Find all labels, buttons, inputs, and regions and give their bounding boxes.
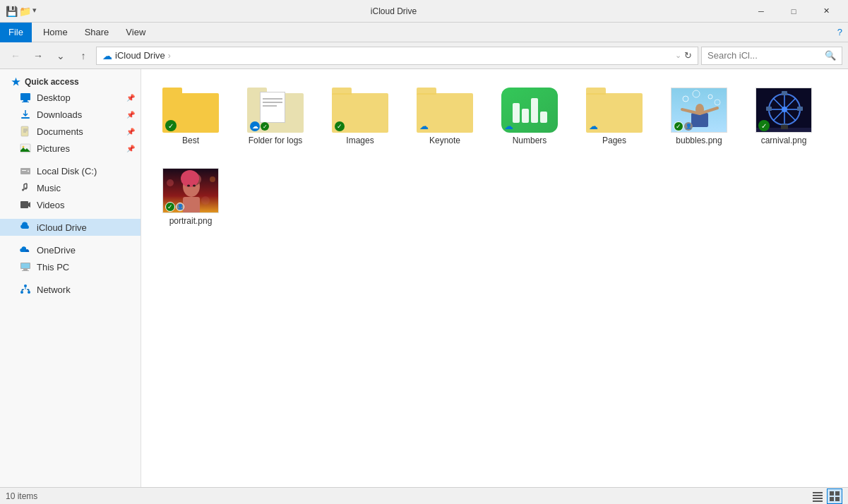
menu-file[interactable]: File bbox=[0, 23, 32, 42]
svg-rect-37 bbox=[782, 91, 787, 95]
svg-rect-3 bbox=[21, 117, 30, 119]
file-item-portrait[interactable]: ✓ 👤 portrait.png bbox=[155, 164, 226, 230]
sidebar-label-network: Network bbox=[37, 284, 71, 295]
file-item-images[interactable]: ✓ Images bbox=[325, 83, 395, 150]
svg-point-18 bbox=[20, 291, 23, 294]
file-name-folder-logs: Folder for logs bbox=[249, 136, 303, 145]
svg-point-10 bbox=[22, 189, 24, 191]
svg-rect-16 bbox=[22, 270, 29, 271]
file-name-best: Best bbox=[182, 136, 199, 145]
sidebar-item-this-pc[interactable]: This PC bbox=[0, 258, 141, 275]
up-button[interactable]: ↑ bbox=[73, 46, 93, 66]
sidebar-item-icloud-drive[interactable]: iCloud Drive bbox=[0, 219, 141, 236]
menu-home[interactable]: Home bbox=[35, 24, 76, 40]
file-item-folder-logs[interactable]: ☁ ✓ Folder for logs bbox=[240, 83, 311, 150]
svg-rect-40 bbox=[797, 107, 803, 111]
menu-share[interactable]: Share bbox=[76, 24, 118, 40]
svg-point-8 bbox=[28, 171, 29, 172]
sidebar-item-downloads[interactable]: Downloads 📌 bbox=[0, 106, 141, 123]
file-item-keynote[interactable]: ☁ Keynote bbox=[410, 83, 480, 150]
sidebar-item-music[interactable]: Music bbox=[0, 179, 141, 196]
sidebar-item-pictures[interactable]: Pictures 📌 bbox=[0, 140, 141, 157]
sidebar-item-network[interactable]: Network bbox=[0, 281, 141, 298]
search-input[interactable] bbox=[707, 50, 822, 61]
path-text: iCloud Drive bbox=[115, 50, 165, 61]
maximize-button[interactable]: □ bbox=[777, 0, 810, 23]
view-controls bbox=[810, 488, 842, 504]
svg-rect-14 bbox=[21, 263, 30, 268]
svg-rect-0 bbox=[20, 93, 30, 100]
svg-rect-53 bbox=[813, 492, 823, 493]
sidebar: ★ Quick access Desktop 📌 Downloads 📌 Doc… bbox=[0, 69, 141, 487]
svg-rect-59 bbox=[830, 497, 834, 501]
file-item-best[interactable]: ✓ Best bbox=[155, 83, 226, 150]
file-item-pages[interactable]: ☁ Pages bbox=[579, 83, 650, 150]
pin-icon: 📌 bbox=[126, 94, 135, 102]
save-icon[interactable]: 💾 bbox=[6, 6, 18, 17]
path-dropdown[interactable]: ⌄ bbox=[675, 51, 681, 60]
search-box[interactable]: 🔍 bbox=[701, 47, 842, 65]
back-button[interactable]: ← bbox=[6, 46, 25, 66]
menu-bar: File Home Share View ? bbox=[0, 23, 848, 42]
path-chevron: › bbox=[168, 51, 171, 61]
view-details-button[interactable] bbox=[810, 488, 825, 504]
menu-help[interactable]: ? bbox=[832, 24, 848, 40]
icloud-path-icon: ☁ bbox=[102, 50, 112, 61]
search-icon: 🔍 bbox=[825, 50, 836, 61]
pin-icon-pictures: 📌 bbox=[126, 145, 135, 152]
file-name-bubbles: bubbles.png bbox=[676, 136, 722, 145]
music-icon bbox=[20, 182, 31, 193]
pin-icon-documents: 📌 bbox=[126, 128, 135, 136]
sidebar-item-local-disk[interactable]: Local Disk (C:) bbox=[0, 162, 141, 179]
sidebar-item-onedrive[interactable]: OneDrive bbox=[0, 241, 141, 258]
close-button[interactable]: ✕ bbox=[810, 0, 842, 23]
videos-icon bbox=[20, 199, 31, 210]
title-bar-quickaccess: 💾 📁 ▾ bbox=[6, 6, 37, 17]
svg-point-11 bbox=[25, 188, 27, 190]
title-bar-title: iCloud Drive bbox=[42, 6, 745, 16]
svg-rect-4 bbox=[21, 126, 28, 136]
svg-point-17 bbox=[24, 284, 27, 287]
path-refresh[interactable]: ↻ bbox=[684, 50, 692, 61]
file-item-numbers[interactable]: ☁ Numbers bbox=[494, 83, 565, 150]
address-bar: ← → ⌄ ↑ ☁ iCloud Drive › ⌄ ↻ 🔍 bbox=[0, 42, 848, 69]
svg-rect-42 bbox=[781, 125, 788, 129]
svg-point-36 bbox=[782, 107, 787, 112]
status-bar: 10 items bbox=[0, 487, 848, 504]
sidebar-label-pictures: Pictures bbox=[37, 143, 70, 154]
file-name-numbers: Numbers bbox=[513, 136, 547, 145]
quick-access-star-icon: ★ bbox=[11, 76, 20, 88]
svg-rect-12 bbox=[20, 201, 28, 208]
file-name-portrait: portrait.png bbox=[169, 216, 213, 226]
svg-rect-46 bbox=[183, 197, 200, 213]
file-item-carnival[interactable]: ✓ carnival.png bbox=[748, 83, 819, 150]
sidebar-label-downloads: Downloads bbox=[37, 109, 82, 120]
svg-rect-39 bbox=[766, 107, 772, 111]
svg-rect-56 bbox=[813, 500, 823, 502]
folder-icon[interactable]: 📁 bbox=[19, 6, 31, 17]
sidebar-item-desktop[interactable]: Desktop 📌 bbox=[0, 89, 141, 106]
forward-button[interactable]: → bbox=[28, 46, 48, 66]
pictures-icon bbox=[20, 143, 31, 154]
minimize-button[interactable]: ─ bbox=[745, 0, 777, 23]
sidebar-item-documents[interactable]: Documents 📌 bbox=[0, 123, 141, 140]
file-name-pages: Pages bbox=[602, 136, 626, 145]
dropdown-icon[interactable]: ▾ bbox=[32, 6, 37, 17]
file-grid: ✓ Best ☁ ✓ bbox=[141, 69, 848, 487]
view-icons-button[interactable] bbox=[827, 488, 842, 504]
sidebar-label-this-pc: This PC bbox=[37, 262, 69, 272]
menu-view[interactable]: View bbox=[117, 24, 154, 40]
file-item-bubbles[interactable]: ✓ 👤 bubbles.png bbox=[664, 83, 734, 150]
svg-rect-54 bbox=[813, 495, 823, 496]
address-path[interactable]: ☁ iCloud Drive › ⌄ ↻ bbox=[96, 47, 698, 65]
documents-icon bbox=[20, 126, 31, 137]
svg-point-52 bbox=[201, 196, 210, 205]
status-item-count: 10 items bbox=[6, 491, 37, 501]
file-name-carnival: carnival.png bbox=[761, 136, 807, 145]
recent-button[interactable]: ⌄ bbox=[51, 46, 71, 66]
sidebar-item-videos[interactable]: Videos bbox=[0, 196, 141, 213]
main-layout: ★ Quick access Desktop 📌 Downloads 📌 Doc… bbox=[0, 69, 848, 487]
sidebar-label-documents: Documents bbox=[37, 126, 83, 137]
network-icon bbox=[20, 284, 31, 295]
svg-point-47 bbox=[181, 170, 199, 187]
